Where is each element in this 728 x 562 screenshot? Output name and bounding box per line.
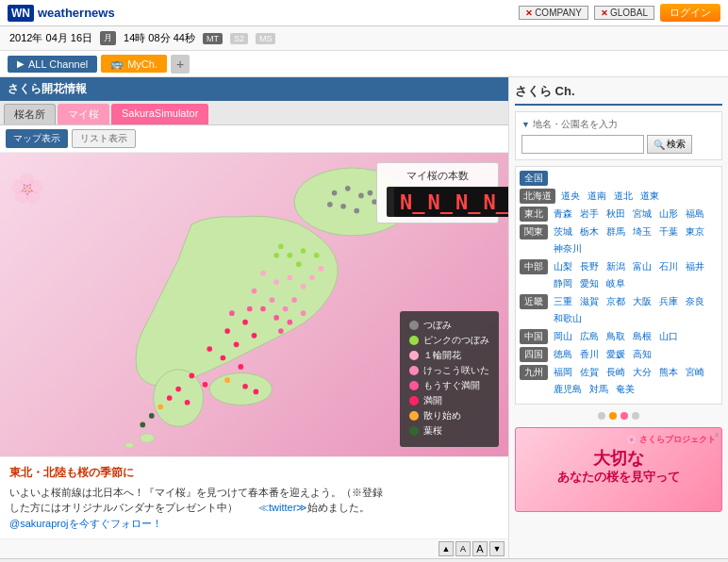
region-item[interactable]: 香川: [577, 347, 602, 362]
region-label[interactable]: 九州: [520, 365, 548, 380]
legend: つぼみピンクのつぼみ１輪開花けっこう咲いたもうすぐ満開満開散り始め葉桜: [400, 311, 499, 447]
region-item[interactable]: 群馬: [604, 224, 628, 240]
svg-point-38: [314, 253, 320, 258]
region-item[interactable]: 埼玉: [630, 224, 654, 240]
twitter-link[interactable]: ≪twitter≫: [258, 502, 307, 513]
region-item[interactable]: 茨城: [551, 224, 575, 240]
mych-label: MyCh.: [127, 58, 157, 70]
region-label[interactable]: 北海道: [520, 189, 555, 204]
region-item[interactable]: 静岡: [551, 276, 575, 291]
region-item[interactable]: 和歌山: [551, 311, 585, 326]
legend-item: つぼみ: [409, 319, 489, 332]
global-link[interactable]: ✕ GLOBAL: [594, 6, 654, 20]
region-item[interactable]: 京都: [604, 294, 628, 309]
region-item[interactable]: 愛媛: [604, 347, 628, 362]
svg-point-21: [247, 306, 253, 312]
region-item[interactable]: 道央: [558, 189, 583, 204]
map-view-button[interactable]: マップ表示: [6, 129, 68, 148]
region-item[interactable]: 大阪: [630, 294, 654, 309]
region-label[interactable]: 中国: [520, 329, 548, 344]
svg-point-25: [270, 297, 275, 303]
search-input[interactable]: [521, 135, 644, 154]
region-item[interactable]: 栃木: [577, 224, 602, 240]
region-item[interactable]: 道北: [611, 189, 636, 204]
region-item[interactable]: 大分: [630, 365, 654, 380]
svg-point-42: [332, 190, 338, 196]
legend-dot: [409, 366, 419, 375]
region-item[interactable]: 奈良: [683, 294, 707, 309]
search-icon: 🔍: [654, 140, 665, 150]
region-item[interactable]: 岡山: [551, 329, 575, 344]
region-items: 徳島香川愛媛高知: [551, 347, 654, 362]
region-item[interactable]: 長崎: [604, 365, 628, 380]
region-item[interactable]: 山形: [656, 207, 681, 222]
region-item[interactable]: 長野: [577, 259, 602, 274]
region-label[interactable]: 東北: [520, 207, 548, 222]
region-item[interactable]: 岩手: [577, 207, 602, 222]
region-item[interactable]: 福井: [683, 259, 707, 274]
region-item[interactable]: 高知: [630, 347, 654, 362]
scroll-down-button[interactable]: ▼: [489, 541, 505, 556]
region-item[interactable]: 徳島: [551, 347, 575, 362]
sakura-header: さくら開花情報: [0, 77, 508, 101]
login-button[interactable]: ログイン: [660, 4, 720, 22]
region-item[interactable]: 道東: [637, 189, 662, 204]
region-item[interactable]: 新潟: [604, 259, 628, 274]
banner-title: 🌸 さくらプロジェクト: [521, 434, 716, 446]
channelbar: ▶ ALL Channel 🚌 MyCh. +: [0, 51, 728, 77]
region-item[interactable]: 広島: [577, 329, 602, 344]
region-item[interactable]: 奄美: [613, 382, 637, 397]
region-item[interactable]: 千葉: [656, 224, 681, 240]
dot-4: [632, 412, 639, 420]
region-item[interactable]: 滋賀: [577, 294, 602, 309]
region-item[interactable]: 神奈川: [551, 241, 585, 256]
legend-label: 散り始め: [423, 409, 461, 422]
region-item[interactable]: 東京: [683, 224, 707, 240]
body-text-1: いよいよ桜前線は北日本へ！『マイ桜』を見つけて春本番を迎えよう。（※登録: [9, 487, 383, 498]
region-item[interactable]: 山梨: [551, 259, 575, 274]
region-item[interactable]: 石川: [656, 259, 681, 274]
region-item[interactable]: 岐阜: [604, 276, 628, 291]
region-item[interactable]: 島根: [630, 329, 654, 344]
svg-point-1: [209, 373, 272, 405]
region-label[interactable]: 関東: [520, 224, 548, 240]
region-item[interactable]: 熊本: [656, 365, 681, 380]
region-item[interactable]: 山口: [656, 329, 681, 344]
tab-sakura-meisho[interactable]: 桜名所: [4, 104, 56, 124]
region-label[interactable]: 全国: [520, 171, 548, 186]
mych-button[interactable]: 🚌 MyCh.: [101, 55, 167, 73]
region-label[interactable]: 四国: [520, 347, 548, 362]
region-item[interactable]: 秋田: [604, 207, 628, 222]
region-label[interactable]: 中部: [520, 259, 548, 274]
banner-close-button[interactable]: ×: [714, 430, 720, 440]
region-item[interactable]: 富山: [630, 259, 654, 274]
region-item[interactable]: 愛知: [577, 276, 602, 291]
region-item[interactable]: 宮城: [630, 207, 654, 222]
company-link[interactable]: ✕ COMPANY: [519, 6, 588, 20]
region-item[interactable]: 鳥取: [604, 329, 628, 344]
font-size-button[interactable]: A: [455, 541, 471, 556]
tab-my-sakura[interactable]: マイ桜: [58, 104, 109, 124]
add-channel-button[interactable]: +: [171, 55, 190, 74]
list-view-button[interactable]: リスト表示: [72, 129, 136, 148]
map-controls: マップ表示 リスト表示: [0, 125, 508, 153]
region-item[interactable]: 福岡: [551, 365, 575, 380]
region-item[interactable]: 道南: [585, 189, 609, 204]
svg-point-8: [234, 341, 240, 347]
region-item[interactable]: 福島: [683, 207, 707, 222]
tab-simulator[interactable]: SakuraSimulator: [111, 104, 208, 124]
scroll-controls: ▲ A A ▼: [0, 538, 508, 558]
region-item[interactable]: 宮崎: [683, 365, 707, 380]
region-label[interactable]: 近畿: [520, 294, 548, 309]
region-item[interactable]: 兵庫: [656, 294, 681, 309]
region-item[interactable]: 鹿児島: [551, 382, 585, 397]
search-button[interactable]: 🔍 検索: [647, 135, 692, 154]
scroll-up-button[interactable]: ▲: [438, 541, 454, 556]
region-item[interactable]: 青森: [551, 207, 575, 222]
font-larger-button[interactable]: A: [472, 541, 488, 556]
region-item[interactable]: 三重: [551, 294, 575, 309]
all-channel-button[interactable]: ▶ ALL Channel: [8, 56, 97, 73]
region-item[interactable]: 対馬: [587, 382, 611, 397]
banner-text: 大切な あなたの桜を見守って: [521, 448, 716, 486]
region-item[interactable]: 佐賀: [577, 365, 602, 380]
